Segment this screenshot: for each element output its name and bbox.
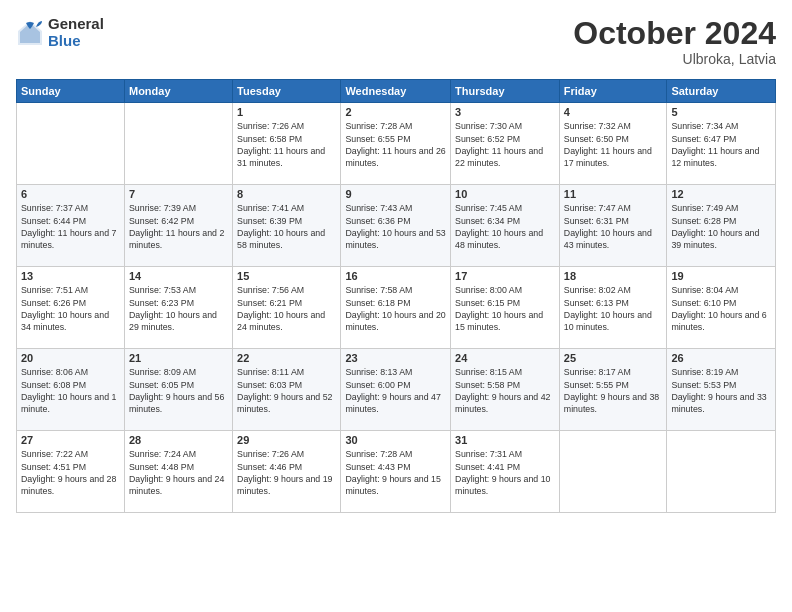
day-info-16: Sunrise: 7:58 AM Sunset: 6:18 PM Dayligh…: [345, 284, 446, 333]
day-info-14: Sunrise: 7:53 AM Sunset: 6:23 PM Dayligh…: [129, 284, 228, 333]
logo-general-text: General: [48, 16, 104, 33]
day-info-8: Sunrise: 7:41 AM Sunset: 6:39 PM Dayligh…: [237, 202, 336, 251]
calendar-cell-w2-d3: 8Sunrise: 7:41 AM Sunset: 6:39 PM Daylig…: [233, 185, 341, 267]
day-number-25: 25: [564, 352, 663, 364]
calendar-week-2: 6Sunrise: 7:37 AM Sunset: 6:44 PM Daylig…: [17, 185, 776, 267]
calendar-cell-w5-d2: 28Sunrise: 7:24 AM Sunset: 4:48 PM Dayli…: [124, 431, 232, 513]
day-info-18: Sunrise: 8:02 AM Sunset: 6:13 PM Dayligh…: [564, 284, 663, 333]
month-title: October 2024: [573, 16, 776, 51]
day-info-10: Sunrise: 7:45 AM Sunset: 6:34 PM Dayligh…: [455, 202, 555, 251]
day-info-21: Sunrise: 8:09 AM Sunset: 6:05 PM Dayligh…: [129, 366, 228, 415]
day-number-26: 26: [671, 352, 771, 364]
calendar-cell-w5-d7: [667, 431, 776, 513]
day-info-4: Sunrise: 7:32 AM Sunset: 6:50 PM Dayligh…: [564, 120, 663, 169]
day-info-29: Sunrise: 7:26 AM Sunset: 4:46 PM Dayligh…: [237, 448, 336, 497]
calendar-cell-w3-d1: 13Sunrise: 7:51 AM Sunset: 6:26 PM Dayli…: [17, 267, 125, 349]
day-info-23: Sunrise: 8:13 AM Sunset: 6:00 PM Dayligh…: [345, 366, 446, 415]
day-info-3: Sunrise: 7:30 AM Sunset: 6:52 PM Dayligh…: [455, 120, 555, 169]
day-info-15: Sunrise: 7:56 AM Sunset: 6:21 PM Dayligh…: [237, 284, 336, 333]
day-info-6: Sunrise: 7:37 AM Sunset: 6:44 PM Dayligh…: [21, 202, 120, 251]
calendar-cell-w4-d7: 26Sunrise: 8:19 AM Sunset: 5:53 PM Dayli…: [667, 349, 776, 431]
calendar-header-row: Sunday Monday Tuesday Wednesday Thursday…: [17, 80, 776, 103]
day-number-15: 15: [237, 270, 336, 282]
day-number-18: 18: [564, 270, 663, 282]
day-info-24: Sunrise: 8:15 AM Sunset: 5:58 PM Dayligh…: [455, 366, 555, 415]
day-info-28: Sunrise: 7:24 AM Sunset: 4:48 PM Dayligh…: [129, 448, 228, 497]
day-number-22: 22: [237, 352, 336, 364]
day-info-1: Sunrise: 7:26 AM Sunset: 6:58 PM Dayligh…: [237, 120, 336, 169]
calendar-cell-w5-d6: [559, 431, 667, 513]
day-info-9: Sunrise: 7:43 AM Sunset: 6:36 PM Dayligh…: [345, 202, 446, 251]
day-number-8: 8: [237, 188, 336, 200]
day-info-25: Sunrise: 8:17 AM Sunset: 5:55 PM Dayligh…: [564, 366, 663, 415]
day-info-7: Sunrise: 7:39 AM Sunset: 6:42 PM Dayligh…: [129, 202, 228, 251]
day-info-19: Sunrise: 8:04 AM Sunset: 6:10 PM Dayligh…: [671, 284, 771, 333]
day-number-13: 13: [21, 270, 120, 282]
calendar-cell-w2-d4: 9Sunrise: 7:43 AM Sunset: 6:36 PM Daylig…: [341, 185, 451, 267]
day-number-14: 14: [129, 270, 228, 282]
day-number-16: 16: [345, 270, 446, 282]
calendar-cell-w4-d4: 23Sunrise: 8:13 AM Sunset: 6:00 PM Dayli…: [341, 349, 451, 431]
title-block: October 2024 Ulbroka, Latvia: [573, 16, 776, 67]
day-number-5: 5: [671, 106, 771, 118]
day-number-27: 27: [21, 434, 120, 446]
calendar-cell-w3-d7: 19Sunrise: 8:04 AM Sunset: 6:10 PM Dayli…: [667, 267, 776, 349]
calendar-cell-w5-d5: 31Sunrise: 7:31 AM Sunset: 4:41 PM Dayli…: [451, 431, 560, 513]
day-number-10: 10: [455, 188, 555, 200]
day-info-5: Sunrise: 7:34 AM Sunset: 6:47 PM Dayligh…: [671, 120, 771, 169]
day-info-11: Sunrise: 7:47 AM Sunset: 6:31 PM Dayligh…: [564, 202, 663, 251]
calendar-cell-w3-d5: 17Sunrise: 8:00 AM Sunset: 6:15 PM Dayli…: [451, 267, 560, 349]
location: Ulbroka, Latvia: [573, 51, 776, 67]
calendar-cell-w1-d2: [124, 103, 232, 185]
calendar-table: Sunday Monday Tuesday Wednesday Thursday…: [16, 79, 776, 513]
day-number-11: 11: [564, 188, 663, 200]
calendar-cell-w5-d4: 30Sunrise: 7:28 AM Sunset: 4:43 PM Dayli…: [341, 431, 451, 513]
page-header: General Blue October 2024 Ulbroka, Latvi…: [16, 16, 776, 67]
day-info-2: Sunrise: 7:28 AM Sunset: 6:55 PM Dayligh…: [345, 120, 446, 169]
day-info-13: Sunrise: 7:51 AM Sunset: 6:26 PM Dayligh…: [21, 284, 120, 333]
calendar-cell-w1-d3: 1Sunrise: 7:26 AM Sunset: 6:58 PM Daylig…: [233, 103, 341, 185]
day-number-20: 20: [21, 352, 120, 364]
calendar-cell-w3-d3: 15Sunrise: 7:56 AM Sunset: 6:21 PM Dayli…: [233, 267, 341, 349]
day-number-19: 19: [671, 270, 771, 282]
day-number-12: 12: [671, 188, 771, 200]
calendar-cell-w1-d5: 3Sunrise: 7:30 AM Sunset: 6:52 PM Daylig…: [451, 103, 560, 185]
day-info-20: Sunrise: 8:06 AM Sunset: 6:08 PM Dayligh…: [21, 366, 120, 415]
calendar-cell-w4-d5: 24Sunrise: 8:15 AM Sunset: 5:58 PM Dayli…: [451, 349, 560, 431]
calendar-week-4: 20Sunrise: 8:06 AM Sunset: 6:08 PM Dayli…: [17, 349, 776, 431]
day-info-12: Sunrise: 7:49 AM Sunset: 6:28 PM Dayligh…: [671, 202, 771, 251]
day-number-9: 9: [345, 188, 446, 200]
day-info-17: Sunrise: 8:00 AM Sunset: 6:15 PM Dayligh…: [455, 284, 555, 333]
calendar-cell-w2-d2: 7Sunrise: 7:39 AM Sunset: 6:42 PM Daylig…: [124, 185, 232, 267]
day-number-2: 2: [345, 106, 446, 118]
day-info-31: Sunrise: 7:31 AM Sunset: 4:41 PM Dayligh…: [455, 448, 555, 497]
day-info-30: Sunrise: 7:28 AM Sunset: 4:43 PM Dayligh…: [345, 448, 446, 497]
calendar-week-1: 1Sunrise: 7:26 AM Sunset: 6:58 PM Daylig…: [17, 103, 776, 185]
calendar-cell-w3-d4: 16Sunrise: 7:58 AM Sunset: 6:18 PM Dayli…: [341, 267, 451, 349]
calendar-cell-w4-d6: 25Sunrise: 8:17 AM Sunset: 5:55 PM Dayli…: [559, 349, 667, 431]
day-number-28: 28: [129, 434, 228, 446]
header-saturday: Saturday: [667, 80, 776, 103]
day-number-21: 21: [129, 352, 228, 364]
calendar-week-3: 13Sunrise: 7:51 AM Sunset: 6:26 PM Dayli…: [17, 267, 776, 349]
calendar-cell-w4-d2: 21Sunrise: 8:09 AM Sunset: 6:05 PM Dayli…: [124, 349, 232, 431]
header-wednesday: Wednesday: [341, 80, 451, 103]
day-number-1: 1: [237, 106, 336, 118]
calendar-cell-w1-d6: 4Sunrise: 7:32 AM Sunset: 6:50 PM Daylig…: [559, 103, 667, 185]
header-sunday: Sunday: [17, 80, 125, 103]
day-number-3: 3: [455, 106, 555, 118]
day-info-27: Sunrise: 7:22 AM Sunset: 4:51 PM Dayligh…: [21, 448, 120, 497]
calendar-cell-w5-d3: 29Sunrise: 7:26 AM Sunset: 4:46 PM Dayli…: [233, 431, 341, 513]
day-number-24: 24: [455, 352, 555, 364]
day-number-6: 6: [21, 188, 120, 200]
day-number-31: 31: [455, 434, 555, 446]
logo-icon: [16, 19, 44, 47]
day-number-4: 4: [564, 106, 663, 118]
day-number-7: 7: [129, 188, 228, 200]
calendar-cell-w4-d1: 20Sunrise: 8:06 AM Sunset: 6:08 PM Dayli…: [17, 349, 125, 431]
day-info-26: Sunrise: 8:19 AM Sunset: 5:53 PM Dayligh…: [671, 366, 771, 415]
calendar-cell-w5-d1: 27Sunrise: 7:22 AM Sunset: 4:51 PM Dayli…: [17, 431, 125, 513]
day-number-30: 30: [345, 434, 446, 446]
calendar-cell-w1-d4: 2Sunrise: 7:28 AM Sunset: 6:55 PM Daylig…: [341, 103, 451, 185]
day-number-29: 29: [237, 434, 336, 446]
